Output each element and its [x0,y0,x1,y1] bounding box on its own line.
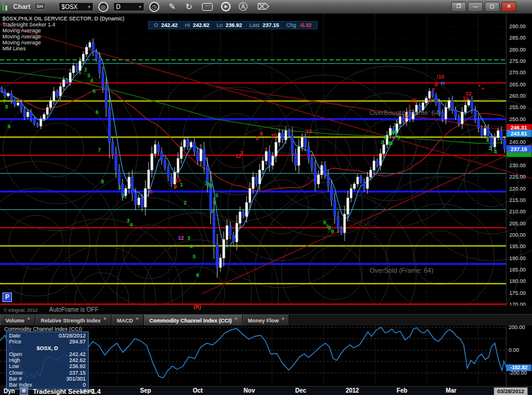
svg-text:2: 2 [122,193,125,199]
open-label: O [154,22,158,28]
svg-text:4: 4 [129,222,132,228]
svg-text:9: 9 [209,183,212,189]
minimize-button[interactable]: — [468,2,483,12]
svg-text:12: 12 [466,91,471,97]
clock-icon[interactable]: ◷ [149,2,159,12]
svg-text:5: 5 [215,192,218,198]
svg-text:260.00: 260.00 [509,93,526,99]
close-button[interactable]: ✕ [501,2,516,12]
app-name: Tradesight Seeker 1.4 [33,388,101,395]
restore-button[interactable]: ❐ [451,2,466,12]
tooltip-row: High242.62 [9,357,86,363]
svg-text:4: 4 [90,77,93,83]
overbought-label: OverBought (Frame: 64) [370,109,441,116]
svg-text:4: 4 [189,243,192,249]
svg-text:5: 5 [389,140,392,146]
svg-text:!10: !10 [436,74,444,80]
refresh-icon[interactable]: ↻ [186,1,193,12]
svg-text:9: 9 [7,123,10,129]
svg-text:5: 5 [192,254,195,260]
cci-tick-label: 0.00 [509,347,519,353]
low-value: 236.92 [226,22,243,28]
svg-text:7: 7 [98,147,101,153]
tooltip-row: Date03/28/2012 [9,333,86,339]
maximize-button[interactable]: ▢ [485,2,500,12]
tab-commodity-channel-index-cci-[interactable]: Commodity Channel Index (CCI)× [144,315,243,326]
svg-text:275.00: 275.00 [509,58,526,64]
interval-value: D [116,4,120,10]
main-chart-panel[interactable]: 7892345678123459101234567893451212368101… [0,14,532,306]
svg-text:5: 5 [92,88,95,94]
window-controls: ❐ — ▢ ✕ [451,2,516,12]
auto-icon[interactable]: Ⓐ [238,1,247,13]
tab-relative-strength-index[interactable]: Relative Strength Index× [35,315,111,326]
svg-text:195.00: 195.00 [509,243,526,249]
svg-text:6: 6 [429,98,432,104]
chevron-down-icon[interactable]: ▾ [88,4,90,10]
autoframe-status: AutoFrame is OFF [49,306,98,313]
svg-text:210.00: 210.00 [509,209,526,215]
svg-text:250.00: 250.00 [509,116,526,122]
tab-macd[interactable]: MACD× [111,315,144,326]
svg-text:9: 9 [174,183,177,189]
tab-money-flow[interactable]: Money Flow× [243,315,290,326]
close-tab-icon[interactable]: × [28,316,30,321]
cci-last-value-badge: -152.82 [506,364,531,371]
svg-text:*: * [482,86,484,92]
svg-text:6: 6 [196,272,199,278]
svg-text:8: 8 [259,131,262,137]
svg-text:200.00: 200.00 [509,232,526,238]
cci-tick-label: 200.00 [509,324,525,330]
pencil-icon[interactable]: ✎ [169,1,176,12]
low-label: Lo [217,22,223,28]
svg-text:3: 3 [240,150,243,156]
svg-text:190.00: 190.00 [509,255,526,261]
svg-text:12: 12 [178,235,184,241]
seeker-icon[interactable]: ▦ [20,387,28,395]
svg-text:1: 1 [180,182,183,188]
svg-text:9: 9 [331,228,334,234]
tooltip-row: Price294.87 [9,339,86,345]
month-label: Dec [295,387,306,394]
legend-line: Tradesight Seeker 1.4 [2,22,124,28]
oversold-label: OverSold (Frame: 64) [370,267,433,274]
month-label: Feb [397,387,407,394]
candlestick-chart[interactable]: 7892345678123459101234567893451212368101… [0,14,532,306]
month-label: Oct [193,387,203,394]
svg-text:13: 13 [306,128,312,134]
status-left: Dyn ▦ Tradesight Seeker 1.4 [0,387,101,395]
close-tab-icon[interactable]: × [235,316,237,321]
last-label: Last [249,22,259,28]
month-label: 2012 [346,387,359,394]
dyn-mode-label[interactable]: Dyn [4,388,15,394]
svg-text:170.00: 170.00 [509,301,526,306]
tooltip-row: $OSX, D [9,345,86,351]
target-icon[interactable]: ◎ [98,2,108,12]
svg-text:230.00: 230.00 [509,162,526,168]
comment-icon[interactable]: ⋯ [202,3,213,11]
svg-text:7: 7 [393,122,396,128]
svg-text:265.00: 265.00 [509,82,526,88]
symbol-input[interactable]: $OSX ▾ [59,2,93,11]
play-icon[interactable]: ▶ [221,2,231,11]
svg-text:H: H [441,80,445,86]
close-tab-icon[interactable]: × [104,316,106,321]
svg-text:175.00: 175.00 [509,290,526,296]
svg-text:237.15: 237.15 [510,146,527,152]
month-label: Mar [446,387,457,394]
svg-text:*: * [478,83,480,89]
svg-text:1: 1 [118,184,121,190]
svg-text:2: 2 [84,67,87,73]
svg-text:7: 7 [431,87,434,93]
svg-text:240.00: 240.00 [509,139,526,145]
close-tab-icon[interactable]: × [282,316,284,321]
interval-select[interactable]: D ▾ [113,2,144,11]
legend-line: $OSX,PHLX OIL SERVICE SECTOR, D (Dynamic… [2,16,124,22]
tab-volume[interactable]: Volume× [0,315,35,326]
close-tab-icon[interactable]: × [136,316,138,321]
chevron-down-icon[interactable]: ▾ [139,4,141,10]
eraser-icon[interactable]: ⌦ [257,1,269,12]
svg-text:215.00: 215.00 [509,197,526,203]
page-button[interactable]: P [2,293,12,302]
svg-text:8: 8 [5,104,8,110]
